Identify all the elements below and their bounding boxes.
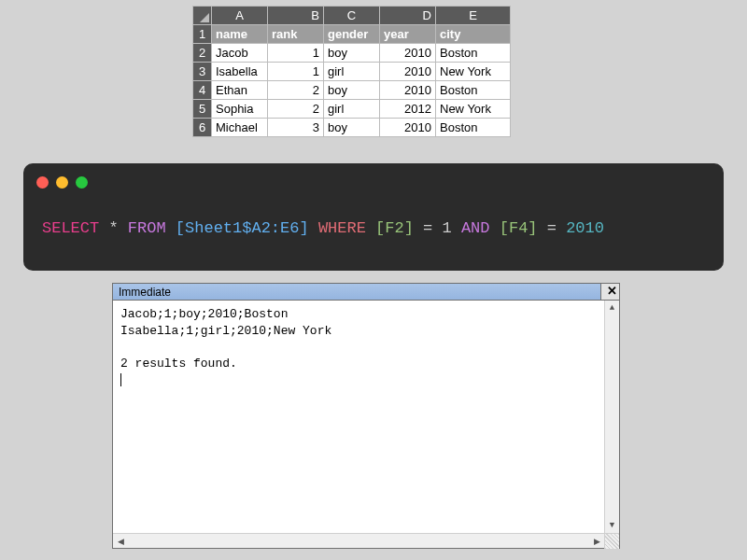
cell[interactable]: 2010 xyxy=(380,63,436,81)
select-all-corner[interactable] xyxy=(193,7,212,25)
immediate-title-text: Immediate xyxy=(113,286,600,299)
sql-eq: = xyxy=(423,219,432,237)
sql-field: [F2] xyxy=(375,219,414,237)
immediate-body[interactable]: Jacob;1;boy;2010;Boston Isabella;1;girl;… xyxy=(113,301,619,533)
row-header-4[interactable]: 4 xyxy=(193,81,212,100)
window-controls xyxy=(36,176,88,189)
sql-star: * xyxy=(108,219,118,237)
close-button[interactable]: ✕ xyxy=(600,284,619,300)
sql-val: 2010 xyxy=(566,219,604,237)
output-summary: 2 results found. xyxy=(120,357,237,371)
cell[interactable]: 2 xyxy=(268,100,324,119)
zoom-icon[interactable] xyxy=(76,176,88,189)
cell[interactable]: city xyxy=(436,25,511,44)
cell[interactable]: boy xyxy=(324,81,380,100)
minimize-icon[interactable] xyxy=(56,176,68,189)
sql-eq: = xyxy=(547,219,557,237)
cell[interactable]: Boston xyxy=(436,119,511,137)
horizontal-scrollbar[interactable]: ◀ ▶ xyxy=(113,533,619,548)
cell[interactable]: 1 xyxy=(268,63,324,81)
col-header-D[interactable]: D xyxy=(380,7,436,25)
col-header-A[interactable]: A xyxy=(212,7,268,25)
kw-and: AND xyxy=(461,219,490,237)
kw-select: SELECT xyxy=(42,219,99,237)
row-header-3[interactable]: 3 xyxy=(193,63,212,81)
text-cursor xyxy=(120,373,121,386)
code-block: SELECT * FROM [Sheet1$A2:E6] WHERE [F2] … xyxy=(23,163,724,271)
close-icon[interactable] xyxy=(36,176,49,189)
cell[interactable]: Jacob xyxy=(212,44,268,63)
cell[interactable]: 2 xyxy=(268,81,324,100)
cell[interactable]: gender xyxy=(324,25,380,44)
row-header-6[interactable]: 6 xyxy=(193,119,212,137)
row-header-5[interactable]: 5 xyxy=(193,100,212,119)
cell[interactable]: name xyxy=(212,25,268,44)
cell[interactable]: boy xyxy=(324,119,380,137)
row-header-2[interactable]: 2 xyxy=(193,44,212,63)
row-header-1[interactable]: 1 xyxy=(193,25,212,44)
cell[interactable]: year xyxy=(380,25,436,44)
kw-where: WHERE xyxy=(318,219,366,237)
output-line: Jacob;1;boy;2010;Boston xyxy=(120,307,288,321)
col-header-C[interactable]: C xyxy=(324,7,380,25)
close-icon: ✕ xyxy=(601,284,623,298)
cell[interactable]: New York xyxy=(436,63,511,81)
cell[interactable]: 3 xyxy=(268,119,324,137)
sql-table: [Sheet1$A2:E6] xyxy=(176,219,309,237)
immediate-window: Immediate ✕ Jacob;1;boy;2010;Boston Isab… xyxy=(112,283,620,549)
scroll-up-icon[interactable]: ▲ xyxy=(605,301,619,315)
cell[interactable]: New York xyxy=(436,100,511,119)
spreadsheet: A B C D E 1 name rank gender year city 2… xyxy=(192,6,511,137)
col-header-E[interactable]: E xyxy=(436,7,511,25)
kw-from: FROM xyxy=(128,219,166,237)
sql-text: SELECT * FROM [Sheet1$A2:E6] WHERE [F2] … xyxy=(42,216,705,241)
cell[interactable]: rank xyxy=(268,25,324,44)
sql-val: 1 xyxy=(443,219,452,237)
cell[interactable]: 2012 xyxy=(380,100,436,119)
resize-grip-icon[interactable] xyxy=(604,534,619,549)
scroll-right-icon[interactable]: ▶ xyxy=(589,534,604,548)
cell[interactable]: Sophia xyxy=(212,100,268,119)
cell[interactable]: 2010 xyxy=(380,119,436,137)
cell[interactable]: 1 xyxy=(268,44,324,63)
cell[interactable]: Boston xyxy=(436,44,511,63)
sql-field: [F4] xyxy=(500,219,538,237)
output-line: Isabella;1;girl;2010;New York xyxy=(120,324,331,338)
cell[interactable]: 2010 xyxy=(380,81,436,100)
scroll-left-icon[interactable]: ◀ xyxy=(113,534,128,548)
cell[interactable]: boy xyxy=(324,44,380,63)
vertical-scrollbar[interactable]: ▲ ▼ xyxy=(604,301,619,533)
cell[interactable]: Isabella xyxy=(212,63,268,81)
cell[interactable]: Boston xyxy=(436,81,511,100)
col-header-B[interactable]: B xyxy=(268,7,324,25)
cell[interactable]: Ethan xyxy=(212,81,268,100)
cell[interactable]: girl xyxy=(324,63,380,81)
scroll-down-icon[interactable]: ▼ xyxy=(605,518,619,533)
cell[interactable]: Michael xyxy=(212,119,268,137)
cell[interactable]: girl xyxy=(324,100,380,119)
cell[interactable]: 2010 xyxy=(380,44,436,63)
immediate-titlebar[interactable]: Immediate ✕ xyxy=(113,284,619,301)
